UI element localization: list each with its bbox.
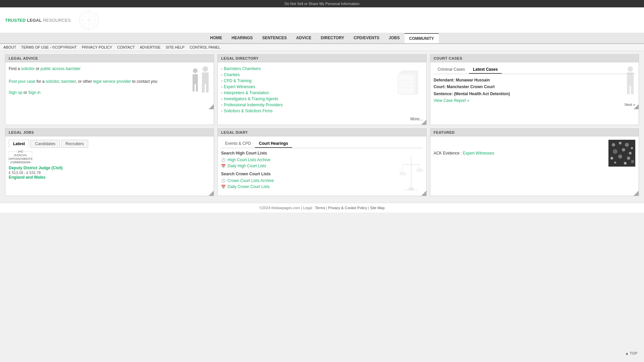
- dir-link-indemnity[interactable]: Professional Indemnity Providers: [224, 103, 282, 107]
- featured-separator: :: [460, 151, 463, 156]
- tab-criminal-cases[interactable]: Criminal Cases: [434, 66, 469, 74]
- secondary-nav-advertise[interactable]: ADVERTISE: [140, 45, 161, 49]
- sign-links: Sign up or Sign in: [9, 90, 210, 95]
- tab-events-cpd[interactable]: Events & CPD: [221, 140, 255, 148]
- svg-point-36: [619, 142, 622, 144]
- dir-link-solicitors[interactable]: Solicitors & Solicitors Firms: [224, 109, 272, 113]
- dir-link-charities[interactable]: Charities: [224, 72, 239, 77]
- nav-item-jobs[interactable]: JOBS: [384, 33, 405, 43]
- secondary-nav-terms[interactable]: TERMS OF USE - ©COPYRIGHT: [21, 45, 77, 49]
- nav-link-hearings[interactable]: HEARINGS: [227, 33, 257, 43]
- dir-link-interpreters[interactable]: Interpreters & Translation: [224, 90, 269, 95]
- crown-court-links: 🕐 Crown Court Lists Archive 📅 Daily Crow…: [221, 178, 423, 190]
- legal-jobs-header: LEGAL JOBS: [5, 129, 214, 136]
- court-name: Manchester Crown Court: [447, 84, 495, 89]
- job-details: Deputy District Judge (Civil) £ 513.18 -…: [9, 166, 210, 180]
- nav-item-hearings[interactable]: HEARINGS: [227, 33, 257, 43]
- high-court-title: Search High Court Lists: [221, 151, 423, 156]
- footer-sitemap-link[interactable]: Site Map: [370, 206, 384, 210]
- job-location-link[interactable]: England and Wales: [9, 175, 46, 180]
- dir-link-investigators[interactable]: Investigators & Tracing Agents: [224, 97, 278, 101]
- crown-court-section: Search Crown Court Lists 🕐 Crown Court L…: [221, 172, 423, 190]
- svg-point-44: [627, 157, 630, 160]
- secondary-nav-control-panel[interactable]: CONTROL PANEL: [190, 45, 220, 49]
- directory-more: More...: [221, 117, 423, 121]
- svg-point-45: [614, 162, 616, 164]
- nav-link-jobs[interactable]: JOBS: [384, 33, 405, 43]
- dir-link-barristers[interactable]: Barristers Chambers: [224, 66, 261, 71]
- nav-link-advice[interactable]: ADVICE: [291, 33, 316, 43]
- jac-logo-line4: COMMISSION: [11, 161, 31, 164]
- high-court-links: 🕐 High Court Lists Archive 📅 Daily High …: [221, 157, 423, 169]
- nav-link-community[interactable]: COMMUNITY: [405, 33, 439, 43]
- svg-point-10: [193, 68, 198, 73]
- daily-crown-court-link[interactable]: Daily Crown Court Lists: [227, 184, 269, 189]
- svg-rect-21: [627, 72, 634, 86]
- post-case-link[interactable]: Post your case: [9, 79, 35, 84]
- secondary-nav-privacy[interactable]: PRIVACY POLICY: [82, 45, 112, 49]
- high-court-archive-link[interactable]: High Court Lists Archive: [227, 158, 270, 162]
- jobs-tabs: Latest Candidates Recruiters: [9, 140, 210, 148]
- svg-rect-9: [206, 84, 209, 93]
- crown-court-archive-link[interactable]: Crown Court Lists Archive: [227, 178, 274, 183]
- legal-directory-panel: LEGAL DIRECTORY Barristers Chambers Char…: [217, 54, 426, 125]
- barrister2-link[interactable]: barrister: [61, 79, 76, 84]
- jac-logo: JACJUDICIALAPPOINTMENTSCOMMISSION: [9, 151, 32, 163]
- nav-link-home[interactable]: HOME: [205, 33, 227, 43]
- footer-terms-link[interactable]: Terms: [315, 206, 325, 210]
- nav-item-cpd[interactable]: CPD/EVENTS: [349, 33, 384, 43]
- nav-item-advice[interactable]: ADVICE: [291, 33, 316, 43]
- svg-point-28: [399, 172, 406, 175]
- daily-high-court-link[interactable]: Daily High Court Lists: [227, 164, 266, 168]
- view-case-link[interactable]: View Case Report »: [434, 98, 470, 103]
- nav-link-directory[interactable]: DIRECTORY: [316, 33, 349, 43]
- comma: ,: [59, 79, 60, 84]
- tab-candidates[interactable]: Candidates: [31, 140, 60, 148]
- nav-item-home[interactable]: HOME: [205, 33, 227, 43]
- svg-rect-23: [631, 86, 634, 94]
- dir-link-cpd[interactable]: CPD & Training: [224, 78, 252, 83]
- featured-link[interactable]: Expert Witnesses: [463, 151, 494, 156]
- job-title-link[interactable]: Deputy District Judge (Civil): [9, 166, 63, 170]
- court-label: Court:: [434, 84, 446, 89]
- solicitor-link[interactable]: solicitor: [21, 66, 35, 71]
- directory-figure: [391, 64, 425, 102]
- svg-point-6: [203, 66, 208, 72]
- panel-corner-jobs: [209, 191, 214, 196]
- job-salary: £ 513.18 - £ 531.78: [9, 171, 41, 175]
- jac-logo-text: JACJUDICIALAPPOINTMENTSCOMMISSION: [9, 150, 33, 164]
- legal-diary-panel: LEGAL DIARY Events & CPD Court Hearings: [217, 128, 426, 196]
- svg-rect-8: [202, 84, 205, 93]
- secondary-nav-contact[interactable]: CONTACT: [117, 45, 135, 49]
- svg-line-26: [401, 165, 403, 173]
- nav-link-sentences[interactable]: SENTENCES: [258, 33, 291, 43]
- find-text: Find a: [9, 66, 20, 71]
- nav-item-community[interactable]: COMMUNITY: [405, 33, 439, 43]
- sentence-label: Sentence:: [434, 92, 453, 96]
- nav-item-directory[interactable]: DIRECTORY: [316, 33, 349, 43]
- nav-link-cpd[interactable]: CPD/EVENTS: [349, 33, 384, 43]
- sign-up-link[interactable]: Sign up: [9, 90, 22, 95]
- solicitor2-link[interactable]: solicitor: [46, 79, 59, 84]
- jac-logo-line3: APPOINTMENTS: [9, 157, 33, 161]
- footer-cookie-link[interactable]: Privacy & Cookie Policy: [328, 206, 367, 210]
- tab-latest-cases[interactable]: Latest Cases: [469, 66, 502, 74]
- service-link[interactable]: legal service provider: [93, 79, 131, 84]
- tab-court-hearings[interactable]: Court Hearings: [255, 140, 292, 148]
- tab-latest-jobs[interactable]: Latest: [9, 140, 29, 148]
- featured-text: ACK Evidence : Expert Witnesses: [434, 151, 494, 156]
- nav-item-sentences[interactable]: SENTENCES: [258, 33, 291, 43]
- sentence-text: (Mental Health Act Detention): [454, 92, 510, 96]
- secondary-nav-about[interactable]: ABOUT: [3, 45, 16, 49]
- svg-rect-7: [202, 72, 209, 84]
- court-cases-header: COURT CASES: [430, 55, 639, 62]
- tab-recruiters[interactable]: Recruiters: [61, 140, 88, 148]
- court-cases-panel: COURT CASES Criminal Cases Latest Cases …: [430, 54, 639, 125]
- secondary-nav-site-help[interactable]: SITE HELP: [166, 45, 184, 49]
- svg-rect-13: [196, 84, 198, 92]
- list-item: 📅 Daily Crown Court Lists: [221, 184, 423, 190]
- sign-in-link[interactable]: Sign in: [28, 90, 41, 95]
- barrister-link[interactable]: public access barrister: [41, 66, 80, 71]
- contact-text: to contact you: [131, 79, 157, 84]
- dir-link-expert[interactable]: Expert Witnesses: [224, 84, 255, 89]
